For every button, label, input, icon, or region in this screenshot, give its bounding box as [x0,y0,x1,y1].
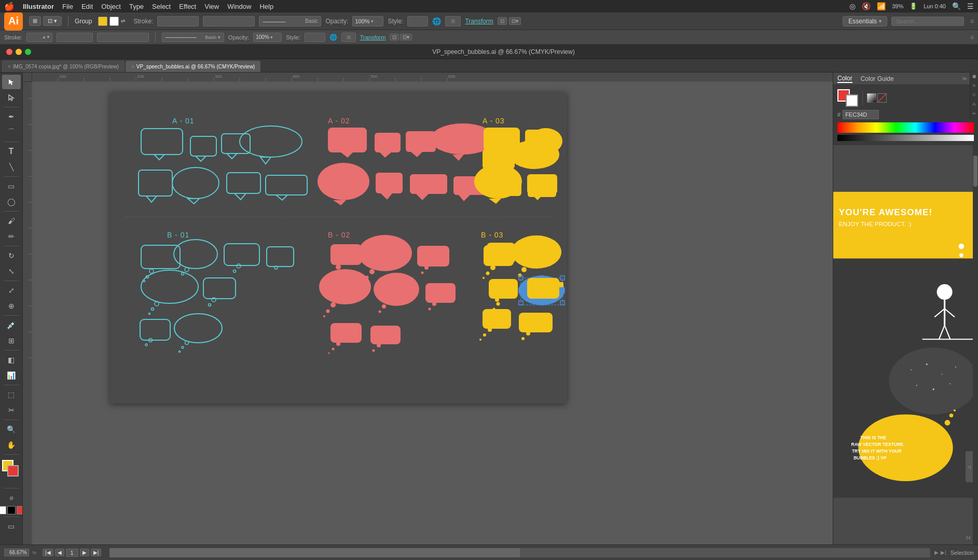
stroke-swatch[interactable] [7,465,19,477]
curvature-tool[interactable]: ⌒ [2,125,21,139]
basic-stroke-dropdown[interactable]: Basic ▾ [205,35,221,40]
artboard[interactable]: A - 01 [110,92,567,403]
gradient-tool[interactable]: ◧ [2,353,21,367]
draw-mode[interactable] [7,506,16,514]
basic-dropdown[interactable]: Basic [305,18,318,24]
none-icon[interactable]: ⊘ [2,491,21,505]
color-tab[interactable]: Color [837,75,852,83]
eyedropper-tool[interactable]: 💉 [2,318,21,332]
warp-tool[interactable]: ⤡ [2,264,21,278]
search-icon[interactable]: 🔍 [952,2,961,10]
host-btn[interactable]: ⊞ [29,16,41,26]
opacity-value[interactable]: 100% [355,18,369,24]
color-spectrum[interactable] [837,122,974,133]
zoom-input[interactable] [4,549,29,556]
hand-tool[interactable]: ✋ [2,438,21,452]
apple-menu[interactable]: 🍎 [4,2,15,11]
tab-close-vp[interactable]: × [131,64,134,69]
effect-menu[interactable]: Effect [179,3,196,10]
stroke-color-display[interactable] [846,94,858,107]
stroke-stepper[interactable]: ▲▼ [42,35,50,39]
far-brush-icon[interactable]: ✏ [972,111,976,116]
transform-prop-link[interactable]: Transform [360,34,386,40]
help-menu[interactable]: Help [259,3,273,10]
preview-scrollbar[interactable] [973,145,978,544]
pencil-tool[interactable]: ✏ [2,229,21,244]
ellipse-tool[interactable]: ◯ [2,194,21,209]
preview-scroll-thumb[interactable] [973,156,977,187]
far-type-icon[interactable]: A [972,102,975,107]
edit-menu[interactable]: Edit [81,3,93,10]
panel-expand-icon[interactable]: ≡ [970,18,974,25]
align-prop-btn[interactable]: ⊡ [390,34,399,40]
mesh-tool[interactable]: ⊞ [2,333,21,348]
far-align-icon[interactable]: ≡ [973,83,975,88]
app-menu[interactable]: Illustrator [23,3,54,10]
workspace-label[interactable]: Essentials [848,18,877,25]
next-page-btn[interactable]: ▶ [80,549,89,556]
type-tool[interactable]: T [2,144,21,159]
far-color-icon[interactable]: ◼ [972,74,976,79]
preview-collapse-tab[interactable]: ◁ [966,451,973,482]
fill-color-swatch[interactable] [98,17,107,26]
line-tool[interactable]: ╲ [2,160,21,174]
screen-mode[interactable]: ▭ [2,519,21,534]
swap-colors-btn[interactable]: ⇄ [121,18,125,24]
zoom-controls[interactable]: % [4,549,36,556]
select-menu[interactable]: Select [152,3,171,10]
direct-selection-tool[interactable] [2,90,21,105]
end-icon[interactable]: ▶| [941,550,946,555]
color-guide-tab[interactable]: Color Guide [861,75,894,82]
canvas-area[interactable]: 100 200 300 400 500 600 [23,73,833,544]
paintbrush-tool[interactable]: 🖌 [2,214,21,228]
expand-prop-icon[interactable]: ≡ [970,34,974,41]
nav-controls[interactable]: |◀ ◀ ▶ ▶| [43,549,101,557]
zoom-tool[interactable]: 🔍 [2,422,21,437]
slice-tool[interactable]: ✂ [2,403,21,417]
mask-mode[interactable] [17,506,23,514]
stroke-color-swatch[interactable] [109,17,119,26]
panel-expand-btn[interactable]: ≫ [962,76,967,81]
tab-close-img[interactable]: × [8,64,11,69]
artboard-tool[interactable]: ⬚ [2,387,21,402]
pen-tool[interactable]: ✒ [2,109,21,124]
cs-none[interactable] [877,93,887,103]
hex-input[interactable] [843,110,879,119]
tab-vp[interactable]: × VP_speech_bubbles.ai @ 66.67% (CMYK/Pr… [126,61,260,72]
prev-page-btn[interactable]: ◀ [55,549,64,556]
chart-tool[interactable]: 📊 [2,368,21,383]
search-input[interactable] [891,17,964,26]
blend-tool[interactable]: ⊕ [2,299,21,313]
far-path-icon[interactable]: ⌑ [973,92,975,97]
page-input[interactable] [66,549,78,557]
minimize-btn[interactable] [16,49,22,55]
first-page-btn[interactable]: |◀ [43,549,53,556]
grid-prop-icon[interactable]: ⊞ [347,34,351,40]
last-page-btn[interactable]: ▶| [91,549,102,556]
more-btn[interactable]: ⊡▾ [509,17,521,25]
opacity-arrow[interactable]: ▾ [270,35,273,40]
more-prop-btn[interactable]: ⊡▾ [400,34,412,40]
close-btn[interactable] [6,49,12,55]
object-menu[interactable]: Object [101,3,121,10]
view-menu[interactable]: View [204,3,219,10]
align-btn[interactable]: ⊡ [498,17,507,25]
file-menu[interactable]: File [62,3,73,10]
rectangle-tool[interactable]: ▭ [2,179,21,193]
scale-tool[interactable]: ⤢ [2,283,21,298]
play-icon[interactable]: ▶ [934,550,939,555]
selection-tool[interactable] [2,75,21,89]
type-menu[interactable]: Type [129,3,144,10]
view-toggle[interactable]: ⊡ ▾ [43,16,62,26]
opacity-prop-val[interactable]: 100% [256,34,269,40]
cs-gradient[interactable] [867,93,876,103]
window-menu[interactable]: Window [227,3,251,10]
color-brightness[interactable] [837,135,974,141]
controls-icon[interactable]: ☰ [967,2,974,10]
fullscreen-btn[interactable] [25,49,31,55]
transform-grid-icon[interactable]: ⊞ [451,18,455,24]
normal-mode[interactable] [0,506,6,514]
rotate-tool[interactable]: ↻ [2,248,21,263]
transform-label[interactable]: Transform [465,18,493,25]
tab-img[interactable]: × IMG_0574 copia.jpg* @ 100% (RGB/Previe… [2,61,125,72]
